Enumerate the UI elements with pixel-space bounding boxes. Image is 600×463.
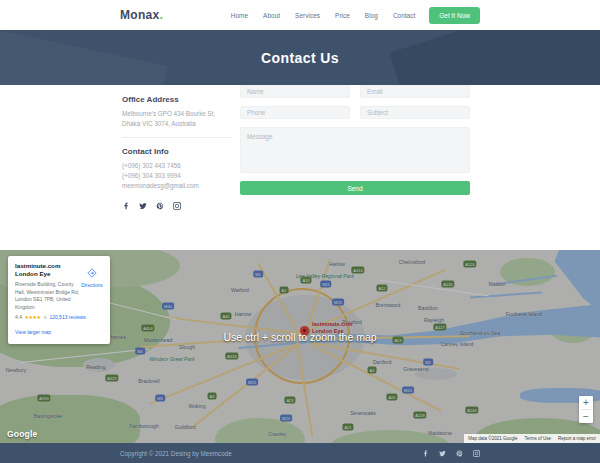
subject-input[interactable] [360, 106, 470, 119]
divider [122, 137, 232, 138]
main-nav: HomeAboutServicesPriceBlogContact [231, 12, 416, 19]
phone-number: (+096) 304 303 9994 [122, 171, 232, 181]
copyright-text: Copyright © 2021 Desing by Meemcode [120, 450, 232, 457]
nav-item-home[interactable]: Home [231, 12, 248, 19]
hero-banner: Contact Us [0, 30, 600, 85]
site-header: Monax. HomeAboutServicesPriceBlogContact… [0, 0, 600, 30]
google-logo[interactable]: Google [7, 429, 37, 439]
contact-details-column: Office Address Melbourne's GPO 434 Bourk… [122, 95, 232, 210]
zoom-out-button[interactable]: − [579, 410, 593, 423]
logo[interactable]: Monax. [120, 8, 163, 22]
footer-social-icons [422, 450, 480, 457]
site-footer: Copyright © 2021 Desing by Meemcode [0, 443, 600, 463]
nav-item-price[interactable]: Price [335, 12, 350, 19]
facebook-icon[interactable] [422, 450, 429, 457]
hero-decoration [389, 30, 600, 85]
instagram-icon[interactable] [173, 202, 181, 210]
email-address: meemonadesg@gmail.com [122, 181, 232, 191]
email-input[interactable] [360, 85, 470, 98]
map-attr-link[interactable]: Report a map error [558, 436, 596, 441]
get-it-now-button[interactable]: Get It Now [429, 7, 480, 24]
pinterest-icon[interactable] [156, 202, 164, 210]
map-attribution: Map data ©2021 GoogleTerms of UseReport … [464, 434, 600, 443]
map-info-card: lastminute.com London Eye Riverside Buil… [8, 256, 110, 344]
name-input[interactable] [240, 85, 350, 98]
twitter-icon[interactable] [439, 450, 446, 457]
nav-item-about[interactable]: About [263, 12, 280, 19]
google-map[interactable]: lastminute.comLondon Eye Use ctrl + scro… [0, 250, 600, 443]
nav-item-contact[interactable]: Contact [393, 12, 415, 19]
rating-value: 4.4 [15, 314, 22, 320]
view-larger-map-link[interactable]: View larger map [15, 329, 51, 335]
phone-input[interactable] [240, 106, 350, 119]
zoom-in-button[interactable]: + [579, 396, 593, 409]
send-button[interactable]: Send [240, 181, 470, 195]
place-title: lastminute.com London Eye [15, 262, 79, 278]
office-address-heading: Office Address [122, 95, 232, 104]
directions-button[interactable]: Directions [78, 264, 106, 288]
page-title: Contact Us [261, 50, 339, 66]
nav-item-services[interactable]: Services [295, 12, 320, 19]
contact-section: Office Address Melbourne's GPO 434 Bourk… [0, 85, 600, 250]
facebook-icon[interactable] [122, 202, 130, 210]
social-icons-row [122, 202, 232, 210]
rating-stars: ★★★★ [24, 314, 40, 320]
contact-form: Send [240, 85, 470, 195]
twitter-icon[interactable] [139, 202, 147, 210]
pinterest-icon[interactable] [456, 450, 463, 457]
place-rating: 4.4 ★★★★★ 120,513 reviews [15, 314, 103, 320]
map-attr-link[interactable]: Terms of Use [524, 436, 551, 441]
map-zoom-control: + − [579, 396, 593, 423]
page: Monax. HomeAboutServicesPriceBlogContact… [0, 0, 600, 463]
instagram-icon[interactable] [473, 450, 480, 457]
contact-info-heading: Contact Info [122, 147, 232, 156]
office-address-line: Melbourne's GPO 434 Bourke St, [122, 109, 232, 119]
map-data-credit: Map data ©2021 Google [468, 436, 517, 441]
reviews-link[interactable]: 120,513 reviews [49, 314, 85, 320]
nav-item-blog[interactable]: Blog [365, 12, 378, 19]
logo-dot: . [160, 8, 164, 22]
office-address-line: Dhaka VIC 3074, Australia [122, 119, 232, 129]
phone-number: (+096) 302 443 7456 [122, 161, 232, 171]
message-textarea[interactable] [240, 127, 470, 173]
directions-icon [87, 264, 97, 281]
hero-decoration [0, 30, 168, 85]
form-fields-grid [240, 85, 470, 119]
